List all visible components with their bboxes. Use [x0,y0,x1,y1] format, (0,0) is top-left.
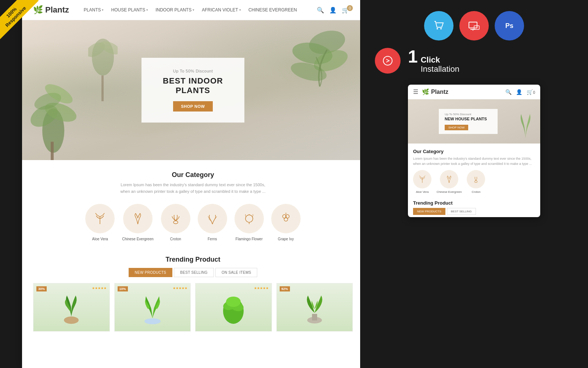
product-stars-1: ★★★★★ [92,286,107,290]
hero-banner: Up To 50% Discount BEST INDOOR PLANTS SH… [22,20,364,160]
tab-on-sale[interactable]: ON SALE ITEMS [215,268,258,277]
mobile-cat-chinese-evergreen[interactable]: Chinese Evergreen [437,170,462,194]
category-item-flamingo[interactable]: Flamingo Flower [234,204,264,241]
svg-point-39 [475,181,478,183]
trending-title: Trending Product [33,256,353,263]
chevron-down-icon: ▾ [102,8,104,12]
mobile-search-icon[interactable]: 🔍 [505,89,512,95]
mobile-category-section: Our Category Lorem Ipsum has been the in… [408,144,540,197]
chinese-evergreen-label: Chinese Evergreen [122,237,154,241]
flamingo-flower-icon [234,204,264,233]
hero-subtitle: Up To 50% Discount [156,69,230,73]
category-title: Our Category [33,171,353,179]
nav-link-plants[interactable]: PLANTS ▾ [84,7,104,13]
svg-rect-31 [312,314,317,321]
aloe-vera-label: Aloe Vera [92,237,108,241]
product-stars-3: ★★★★★ [254,286,269,290]
mobile-tab-new-products[interactable]: NEW PRODUCTS [413,208,445,215]
svg-point-23 [144,318,161,324]
category-grid: Aloe Vera Chinese Evergreen Croton [33,204,353,245]
nav-link-indoor-plants[interactable]: INDOOR PLANTS ▾ [155,7,194,13]
category-item-croton[interactable]: Croton [161,204,190,241]
mobile-cat-aloe-vera[interactable]: Aloe Vera [413,170,431,194]
hamburger-icon[interactable]: ☰ [413,88,418,95]
cart-count: 0 [347,5,353,11]
product-card-1[interactable]: 30% ★★★★★ [33,283,110,332]
install-click-icon [375,48,401,74]
cart-feature-icon [424,11,453,40]
svg-point-29 [226,297,241,307]
mobile-trending-tabs: NEW PRODUCTS BEST SELLING [413,208,535,215]
plant-right-decor [283,20,356,153]
photoshop-feature-icon: Ps [495,11,524,40]
mobile-hero-subtitle: Up To 50% Discount [445,113,492,116]
feature-icons: Ps [375,11,573,40]
flamingo-label: Flamingo Flower [236,237,263,241]
mobile-hero: Up To 50% Discount NEW HOUSE PLANTS SHOP… [408,99,540,144]
mobile-nav: ☰ 🌿 Plantz 🔍 👤 🛒0 [408,85,540,99]
category-item-chinese-evergreen[interactable]: Chinese Evergreen [122,204,154,241]
plant-left-decor [29,57,77,160]
mobile-tab-best-selling[interactable]: BEST SELLING [447,208,476,215]
svg-point-15 [245,215,253,222]
category-desc: Lorem Ipsum has been the industry's stan… [116,182,270,195]
grape-ivy-icon [271,204,301,233]
svg-point-22 [64,316,79,324]
svg-point-38 [383,56,392,65]
mobile-croton-icon [467,170,485,188]
category-item-aloe-vera[interactable]: Aloe Vera [85,204,115,241]
svg-rect-34 [469,22,477,28]
mobile-plant-decor [514,101,537,142]
category-item-ferns[interactable]: Ferns [198,204,227,241]
mobile-aloe-vera-icon [413,170,431,188]
mobile-logo-leaf: 🌿 [422,88,429,95]
user-icon[interactable]: 👤 [329,7,337,14]
product-grid: 30% ★★★★★ 10% ★★★★★ [33,283,353,332]
chevron-down-icon: ▾ [146,8,148,12]
mobile-logo-text: Plantz [431,89,448,95]
chinese-evergreen-icon [123,204,153,233]
logo-leaf-icon: 🌿 [33,5,43,15]
mobile-croton-label: Croton [472,190,480,194]
category-item-grape-ivy[interactable]: Grape Ivy [271,204,301,241]
product-card-4[interactable]: 92% [276,283,353,332]
croton-label: Croton [170,237,181,241]
svg-point-32 [437,28,438,29]
nav-link-african-violet[interactable]: AFRICAN VIOLET ▾ [202,7,241,13]
mobile-category-grid: Aloe Vera Chinese Evergreen [413,170,535,194]
trending-tabs: NEW PRODUCTS BEST SELLING ON SALE ITEMS [33,268,353,277]
mobile-shop-now-button[interactable]: SHOP NOW [445,125,468,130]
right-panel: Ps 1 Click Installation ☰ 🌿 [360,0,588,368]
product-card-2[interactable]: 10% ★★★★★ [114,283,191,332]
ferns-label: Ferns [208,237,217,241]
croton-icon [161,204,190,233]
chevron-down-icon: ▾ [239,8,241,12]
cart-icon[interactable]: 🛒0 [342,7,353,14]
nav-link-house-plants[interactable]: HOUSE PLANTS ▾ [111,7,148,13]
mobile-hero-title: NEW HOUSE PLANTS [445,117,492,121]
svg-point-20 [284,217,288,221]
search-icon[interactable]: 🔍 [317,7,324,14]
mobile-user-icon[interactable]: 👤 [516,89,522,95]
mobile-chinese-evergreen-icon [440,170,458,188]
nav-link-chinese-evergreen[interactable]: CHINESE EVERGREEN [248,7,297,13]
mobile-cart-icon[interactable]: 🛒0 [527,89,535,95]
trending-section: Trending Product NEW PRODUCTS BEST SELLI… [22,248,364,335]
chevron-down-icon: ▾ [193,8,194,12]
tab-best-selling[interactable]: BEST SELLING [174,268,214,277]
grape-ivy-label: Grape Ivy [278,237,294,241]
product-badge-4: 92% [280,286,290,291]
nav-bar: 🌿 Plantz PLANTS ▾ HOUSE PLANTS ▾ INDOOR … [22,0,364,20]
nav-icons: 🔍 👤 🛒0 [317,7,353,14]
install-text-group: 1 Click Installation [408,48,459,73]
nav-links: PLANTS ▾ HOUSE PLANTS ▾ INDOOR PLANTS ▾ … [84,7,317,13]
responsive-feature-icon [459,11,489,40]
mobile-cat-croton[interactable]: Croton [467,170,485,194]
tab-new-products[interactable]: NEW PRODUCTS [129,268,173,277]
shop-now-button[interactable]: SHOP NOW [173,101,213,112]
product-card-3[interactable]: ★★★★★ [195,283,272,332]
svg-point-14 [173,221,178,224]
desktop-preview: 🌿 Plantz PLANTS ▾ HOUSE PLANTS ▾ INDOOR … [22,0,364,368]
logo[interactable]: 🌿 Plantz [33,5,69,15]
hero-title: BEST INDOOR PLANTS [156,76,230,95]
